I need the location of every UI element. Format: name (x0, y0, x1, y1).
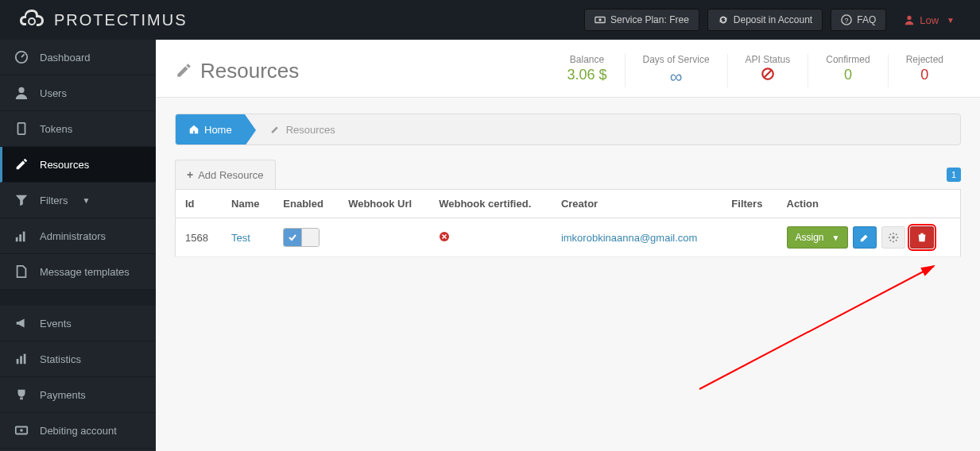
x-circle-icon (439, 233, 450, 245)
money-icon (595, 14, 606, 25)
sidebar-item-message-templates[interactable]: Message templates (0, 254, 156, 290)
svg-point-20 (893, 236, 896, 239)
pencil-icon (859, 232, 870, 243)
col-creator: Creator (552, 190, 722, 218)
enabled-toggle[interactable] (283, 228, 320, 247)
filter-icon (14, 193, 29, 207)
svg-rect-14 (24, 354, 26, 364)
table-row: 1568 Test (176, 218, 961, 257)
page-title: Resources (175, 59, 299, 83)
svg-point-5 (908, 16, 912, 20)
stat-balance: Balance 3.06 $ (549, 54, 624, 87)
main: Resources Balance 3.06 $ Days of Service… (156, 40, 980, 451)
sidebar-item-label: Users (40, 87, 67, 99)
faq-button[interactable]: ? FAQ (831, 9, 886, 31)
svg-rect-13 (20, 356, 22, 364)
sidebar-item-label: Statistics (40, 353, 81, 365)
gear-icon (888, 232, 899, 243)
sidebar-item-label: Debiting account (40, 425, 117, 437)
sidebar-item-events[interactable]: Events (0, 306, 156, 341)
megaphone-icon (14, 316, 29, 330)
resource-name-link[interactable]: Test (231, 232, 250, 244)
user-icon (14, 86, 29, 100)
sidebar-item-statistics[interactable]: Statistics (0, 341, 156, 377)
creator-link[interactable]: imkorobkinaanna@gmail.com (561, 232, 697, 244)
deposit-button[interactable]: Deposit in Account (707, 9, 823, 31)
col-enabled: Enabled (273, 190, 339, 218)
sidebar-item-label: Dashboard (40, 52, 91, 64)
svg-point-16 (20, 429, 23, 432)
svg-text:?: ? (845, 17, 849, 25)
file-icon (14, 264, 29, 279)
sidebar-item-label: Payments (40, 389, 86, 401)
svg-point-2 (598, 18, 602, 21)
sidebar-item-payments[interactable]: Payments (0, 377, 156, 413)
col-id: Id (176, 190, 223, 218)
bars-icon (14, 229, 29, 243)
cell-id: 1568 (176, 218, 223, 257)
sidebar-item-label: Resources (40, 159, 89, 171)
svg-line-18 (764, 71, 771, 78)
col-action: Action (777, 190, 961, 218)
money-icon (14, 423, 29, 438)
stat-confirmed: Confirmed 0 (808, 54, 887, 87)
sidebar-item-label: Tokens (40, 123, 72, 135)
sidebar-item-administrators[interactable]: Administrators (0, 218, 156, 254)
svg-point-7 (18, 87, 24, 93)
user-menu[interactable]: Low ▼ (894, 10, 964, 31)
svg-rect-12 (17, 359, 19, 364)
svg-rect-10 (19, 234, 21, 241)
refresh-icon (718, 14, 729, 25)
settings-button[interactable] (881, 226, 905, 249)
edit-button[interactable] (853, 226, 877, 249)
sidebar-item-resources[interactable]: Resources (0, 147, 156, 183)
add-resource-button[interactable]: + Add Resource (175, 160, 276, 189)
col-filters: Filters (722, 190, 777, 218)
page-number-badge[interactable]: 1 (947, 168, 961, 182)
col-webhook-url: Webhook Url (339, 190, 429, 218)
cell-webhook-url (339, 218, 429, 257)
sidebar-item-label: Filters (40, 195, 68, 206)
sidebar-item-label: Message templates (40, 266, 130, 278)
col-webhook-cert: Webhook certified. (429, 190, 552, 218)
svg-point-0 (29, 18, 35, 25)
sidebar-item-label: Administrators (40, 230, 106, 242)
cell-filters (722, 218, 777, 257)
service-plan-button[interactable]: Service Plan: Free (584, 9, 699, 31)
trophy-icon (14, 387, 29, 402)
topbar: PROTECTIMUS Service Plan: Free Deposit i… (0, 0, 980, 40)
question-icon: ? (841, 14, 852, 25)
breadcrumb-current: Resources (261, 124, 345, 136)
tablet-icon (14, 121, 29, 136)
sidebar-item-filters[interactable]: Filters ▼ (0, 183, 156, 218)
sidebar-item-tokens[interactable]: Tokens (0, 111, 156, 147)
stat-rejected: Rejected 0 (888, 54, 961, 87)
delete-button[interactable] (910, 226, 934, 249)
logo-icon (16, 4, 48, 36)
caret-down-icon: ▼ (82, 196, 90, 205)
sidebar-item-debiting-account[interactable]: Debiting account (0, 413, 156, 449)
breadcrumb-home[interactable]: Home (176, 114, 245, 145)
check-icon (288, 233, 297, 242)
col-name: Name (222, 190, 273, 218)
logo[interactable]: PROTECTIMUS (16, 4, 188, 36)
stat-api: API Status (727, 54, 808, 87)
svg-rect-9 (16, 237, 18, 241)
svg-rect-11 (23, 232, 25, 242)
breadcrumb: Home Resources (175, 114, 961, 145)
trash-icon (916, 232, 928, 243)
resources-table: Id Name Enabled Webhook Url Webhook cert… (175, 189, 961, 257)
edit-icon (175, 62, 192, 79)
ban-icon (746, 67, 791, 85)
home-icon (188, 124, 199, 135)
sidebar-item-label: Events (40, 318, 72, 330)
stat-days: Days of Service ∞ (625, 54, 727, 87)
dashboard-icon (14, 50, 29, 64)
plus-icon: + (187, 168, 193, 181)
sidebar-item-dashboard[interactable]: Dashboard (0, 40, 156, 75)
svg-rect-8 (18, 123, 25, 134)
edit-icon (14, 157, 29, 172)
sidebar: Dashboard Users Tokens Resources Filters… (0, 40, 156, 451)
sidebar-item-users[interactable]: Users (0, 75, 156, 111)
assign-button[interactable]: Assign ▼ (787, 226, 849, 249)
